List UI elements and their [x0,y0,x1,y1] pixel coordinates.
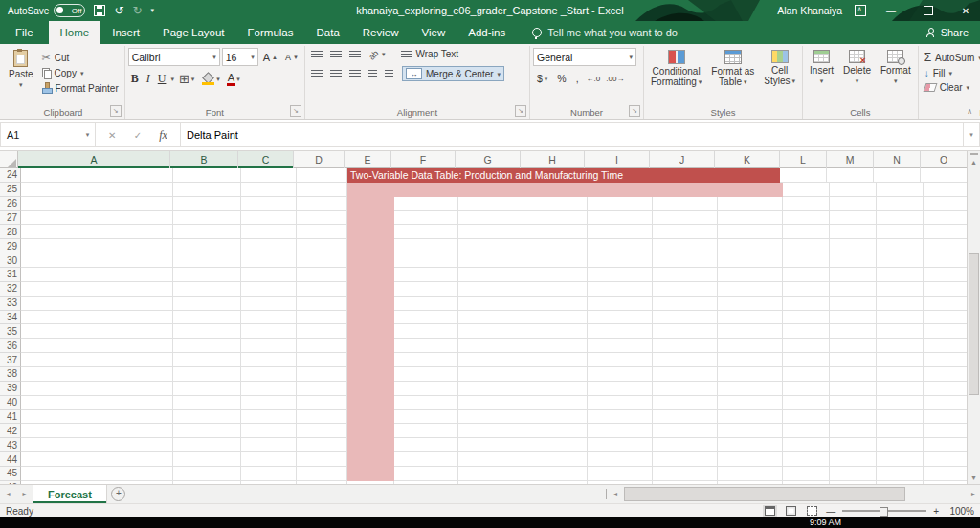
cell-L42[interactable] [783,424,830,438]
cell-H32[interactable] [523,282,588,297]
cell-K41[interactable] [718,410,783,425]
italic-button[interactable]: I [144,71,153,87]
cell-B40[interactable] [173,396,241,410]
comma-style-button[interactable]: , [572,72,583,85]
cell-N37[interactable] [877,353,924,367]
cell-J33[interactable] [653,297,718,311]
cell-J42[interactable] [653,424,718,438]
vertical-scroll-thumb[interactable] [969,253,979,395]
cell-K39[interactable] [718,382,783,396]
cell-E38[interactable] [347,367,394,382]
cell-I26[interactable] [588,197,653,211]
cell-J31[interactable] [653,268,718,282]
cell-J44[interactable] [653,452,718,467]
cell-G42[interactable] [458,424,523,438]
cell-J36[interactable] [653,339,718,353]
cell-L36[interactable] [783,339,830,353]
zoom-slider-track[interactable] [842,510,926,512]
cell-L24[interactable] [780,168,827,183]
column-header-J[interactable]: J [650,151,715,168]
cell-O42[interactable] [924,424,967,438]
cell-A30[interactable] [21,253,173,268]
cell-O25[interactable] [924,183,967,197]
tab-formulas[interactable]: Formulas [236,21,305,44]
paste-button[interactable]: Paste ▾ [5,48,37,105]
cell-O24[interactable] [921,168,967,183]
cell-F25[interactable] [394,183,458,197]
cell-K33[interactable] [718,297,783,311]
cell-I39[interactable] [588,382,653,396]
row-header-35[interactable]: 35 [0,324,21,339]
column-header-I[interactable]: I [585,151,650,168]
cell-D33[interactable] [297,297,347,311]
cell-A45[interactable] [21,467,173,481]
cell-L39[interactable] [783,382,830,396]
cell-B34[interactable] [173,311,241,325]
cell-L43[interactable] [783,438,830,452]
cell-D26[interactable] [297,197,347,211]
scroll-up-button[interactable]: ▲ [968,156,980,168]
cell-G28[interactable] [458,225,523,239]
cell-I42[interactable] [588,424,653,438]
cell-N41[interactable] [877,410,924,425]
cell-M29[interactable] [830,239,877,253]
cell-H43[interactable] [523,438,588,452]
cell-C37[interactable] [241,353,297,367]
tab-view[interactable]: View [411,21,457,44]
cell-K34[interactable] [718,311,783,325]
close-button[interactable]: ✕ [953,0,978,21]
cell-O29[interactable] [924,239,967,253]
cell-C25[interactable] [241,183,297,197]
cell-M26[interactable] [830,197,877,211]
cell-M32[interactable] [830,282,877,297]
cell-O34[interactable] [924,311,967,325]
cell-E35[interactable] [347,324,394,339]
decrease-font-size-button[interactable]: A▼ [282,52,301,63]
zoom-slider-thumb[interactable] [880,507,888,517]
scroll-right-button[interactable]: ▸ [967,485,980,503]
cell-N34[interactable] [877,311,924,325]
cell-D36[interactable] [297,339,347,353]
cell-D39[interactable] [297,382,347,396]
cell-H37[interactable] [523,353,588,367]
cell-G33[interactable] [458,297,523,311]
cell-C36[interactable] [241,339,297,353]
column-header-K[interactable]: K [715,151,780,168]
cell-N40[interactable] [877,396,924,410]
cell-N42[interactable] [877,424,924,438]
cell-K28[interactable] [718,225,783,239]
cell-O26[interactable] [924,197,967,211]
cell-G31[interactable] [458,268,523,282]
cell-A37[interactable] [21,353,173,367]
cell-J26[interactable] [653,197,718,211]
cell-O40[interactable] [924,396,967,410]
tab-insert[interactable]: Insert [100,21,151,44]
cell-E30[interactable] [347,253,394,268]
autosave-toggle[interactable]: AutoSave Off [8,4,85,17]
underline-button[interactable]: U [155,71,169,87]
format-cells-button[interactable]: Format ▾ [877,48,915,105]
cell-M24[interactable] [827,168,874,183]
cell-O38[interactable] [924,367,967,382]
tab-review[interactable]: Review [351,21,411,44]
row-header-39[interactable]: 39 [0,382,21,396]
cell-A34[interactable] [21,311,173,325]
cell-E27[interactable] [347,211,394,226]
cell-L45[interactable] [783,467,830,481]
column-header-M[interactable]: M [827,151,874,168]
cell-B28[interactable] [173,225,241,239]
horizontal-scroll-thumb[interactable] [624,487,905,501]
cell-I32[interactable] [588,282,653,297]
redo-button[interactable]: ↻ [132,5,142,16]
cell-B42[interactable] [173,424,241,438]
cell-N36[interactable] [877,339,924,353]
cell-A31[interactable] [21,268,173,282]
cell-L40[interactable] [783,396,830,410]
cell-D27[interactable] [297,211,347,226]
row-header-27[interactable]: 27 [0,211,21,226]
name-box-dropdown[interactable]: ▾ [80,131,95,139]
cell-C39[interactable] [241,382,297,396]
cell-I34[interactable] [588,311,653,325]
cell-N33[interactable] [877,297,924,311]
cell-B27[interactable] [173,211,241,226]
